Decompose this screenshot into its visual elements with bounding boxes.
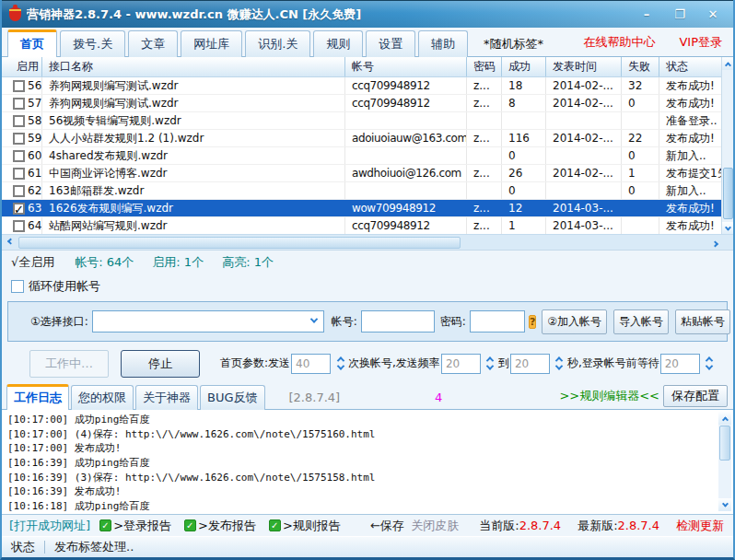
log-vertical-scrollbar[interactable] (718, 412, 731, 511)
tab-settings[interactable]: 设置 (366, 30, 415, 57)
wait-value[interactable]: 20 (660, 354, 700, 374)
status-bar: 状态 发布标签处理.. (2, 536, 733, 557)
table-row[interactable]: 64站酷网站编写规则.wzdrccq709948912z...12014-03-… (2, 217, 733, 235)
row-enable-cell[interactable]: 61 (2, 165, 42, 181)
save-config-button[interactable]: 保存配置 (663, 385, 728, 407)
enable-checkbox[interactable] (13, 150, 25, 162)
log-area: [10:17:00] 成功ping给百度[10:17:00] (4)保存: ht… (2, 410, 733, 515)
tab-permissions[interactable]: 您的权限 (71, 385, 134, 410)
tab-recognize[interactable]: 识别.关 (245, 30, 310, 57)
freq-label: 次换帐号,发送频率 (348, 356, 440, 371)
col-success[interactable]: 成功 (502, 57, 546, 76)
col-enable[interactable]: 启用 (2, 57, 42, 76)
enable-checkbox[interactable] (13, 220, 25, 232)
col-post-time[interactable]: 发表时间 (546, 57, 622, 76)
row-enable-cell[interactable]: 62 (2, 182, 42, 199)
tab-work-log[interactable]: 工作日志 (6, 384, 69, 410)
table-row[interactable]: 56养狗网规则编写测试.wzdrccq709948912z...182014-0… (2, 77, 733, 95)
rule-report-checkbox[interactable]: >规则报告 (269, 518, 341, 534)
row-enable-cell[interactable]: 63 (2, 200, 42, 216)
scroll-up-button[interactable] (722, 57, 734, 70)
login-report-checkbox[interactable]: >登录报告 (99, 518, 171, 534)
help-icon[interactable]: ? (529, 315, 536, 329)
interface-select[interactable] (92, 310, 324, 332)
all-enable-toggle[interactable]: √全启用 (11, 254, 54, 271)
table-row[interactable]: 5856视频专辑编写规则.wzdr准备登录.. (2, 112, 733, 130)
send-count-stepper[interactable]: 40 (291, 354, 347, 374)
tab-assist[interactable]: 辅助 (418, 30, 468, 57)
enable-checkbox[interactable] (13, 185, 25, 197)
add-account-button[interactable]: ②加入帐号 (542, 309, 607, 334)
stop-button[interactable]: 停止 (121, 350, 200, 378)
enable-checkbox[interactable] (13, 80, 25, 92)
close-button[interactable]: ✕ (704, 7, 722, 21)
hscroll-thumb[interactable] (18, 237, 461, 249)
stepper-down-icon[interactable] (706, 362, 713, 369)
save-link[interactable]: ←保存 (370, 518, 404, 534)
table-horizontal-scrollbar[interactable] (2, 234, 735, 250)
open-success-urls-link[interactable]: [打开成功网址] (9, 518, 90, 534)
row-enable-cell[interactable]: 64 (2, 217, 42, 234)
table-row[interactable]: 631626发布规则编写.wzdrwow709948912z...122014-… (2, 200, 733, 217)
log-scroll-down-button[interactable] (718, 498, 731, 511)
log-scroll-up-button[interactable] (718, 412, 731, 425)
freq-to-stepper[interactable]: 20 (510, 354, 566, 374)
close-skin-link[interactable]: 关闭皮肤 (411, 518, 459, 534)
scroll-right-button[interactable] (708, 236, 722, 250)
col-name[interactable]: 接口名称 (42, 57, 345, 76)
tab-urllib[interactable]: 网址库 (181, 30, 242, 57)
password-input[interactable] (470, 310, 525, 332)
row-success: 116 (502, 130, 546, 146)
row-enable-cell[interactable]: 60 (2, 147, 42, 164)
tab-home[interactable]: 首页 (7, 29, 57, 57)
col-fail[interactable]: 失败 (622, 57, 659, 76)
minimize-button[interactable]: – (637, 7, 656, 21)
table-vertical-scrollbar[interactable] (721, 57, 733, 235)
table-header: 启用 接口名称 帐号 密码 成功 发表时间 失败 状态 (2, 57, 733, 77)
send-count-value[interactable]: 40 (291, 354, 331, 374)
row-enable-cell[interactable]: 59 (2, 130, 42, 146)
row-enable-cell[interactable]: 56 (2, 77, 42, 94)
account-input[interactable] (361, 310, 435, 332)
scroll-left-button[interactable] (4, 236, 18, 250)
stepper-down-icon[interactable] (336, 362, 344, 369)
table-row[interactable]: 62163邮箱群发.wzdr00新加入.. (2, 182, 733, 200)
tab-rules[interactable]: 规则 (313, 30, 363, 57)
col-account[interactable]: 帐号 (345, 57, 467, 76)
vip-login-link[interactable]: VIP登录 (679, 34, 722, 51)
paste-account-button[interactable]: 粘贴帐号 (675, 309, 730, 334)
table-row[interactable]: 59人人小站群发规则1.2 (1).wzdradoiuoiauw@163.com… (2, 130, 733, 147)
rule-editor-link[interactable]: >>规则编辑器<< (559, 388, 659, 404)
enable-checkbox[interactable] (13, 168, 25, 180)
row-number: 60 (28, 147, 41, 164)
enable-checkbox[interactable] (13, 203, 25, 215)
online-help-link[interactable]: 在线帮助中心 (583, 34, 655, 51)
freq-from-stepper[interactable]: 20 (441, 354, 497, 374)
row-enable-cell[interactable]: 58 (2, 112, 42, 129)
tab-article[interactable]: 文章 (128, 30, 178, 57)
row-enable-cell[interactable]: 57 (2, 95, 42, 111)
check-update-link[interactable]: 检测更新 (676, 518, 724, 534)
log-scroll-thumb[interactable] (719, 426, 730, 461)
loop-account-checkbox[interactable] (11, 280, 24, 293)
enable-checkbox[interactable] (13, 98, 25, 110)
table-row[interactable]: 61中国商业评论博客.wzdrawdhoiuoi@126.comz...2620… (2, 165, 733, 182)
table-row[interactable]: 604shared发布规则.wzdr00新加入.. (2, 147, 733, 165)
maximize-button[interactable]: ❐ (671, 7, 689, 21)
enable-checkbox[interactable] (13, 133, 25, 145)
enable-checkbox[interactable] (13, 115, 25, 127)
table-row[interactable]: 57养狗网规则编写测试.wzdrccq709948912z...82014-02… (2, 95, 733, 112)
import-account-button[interactable]: 导入帐号 (613, 309, 669, 334)
wait-stepper[interactable]: 20 (660, 354, 717, 374)
freq-from-value[interactable]: 20 (441, 354, 481, 374)
tab-about[interactable]: 关于神器 (135, 385, 198, 410)
tab-bug-feedback[interactable]: BUG反馈 (200, 385, 265, 410)
freq-to-value[interactable]: 20 (510, 354, 550, 374)
stepper-down-icon[interactable] (486, 362, 494, 369)
tab-dial[interactable]: 拨号.关 (60, 30, 125, 57)
stepper-down-icon[interactable] (555, 362, 563, 369)
scroll-down-button[interactable] (722, 222, 734, 235)
publish-report-checkbox[interactable]: >发布报告 (184, 518, 256, 534)
col-password[interactable]: 密码 (467, 57, 502, 76)
scroll-thumb[interactable] (723, 168, 733, 219)
